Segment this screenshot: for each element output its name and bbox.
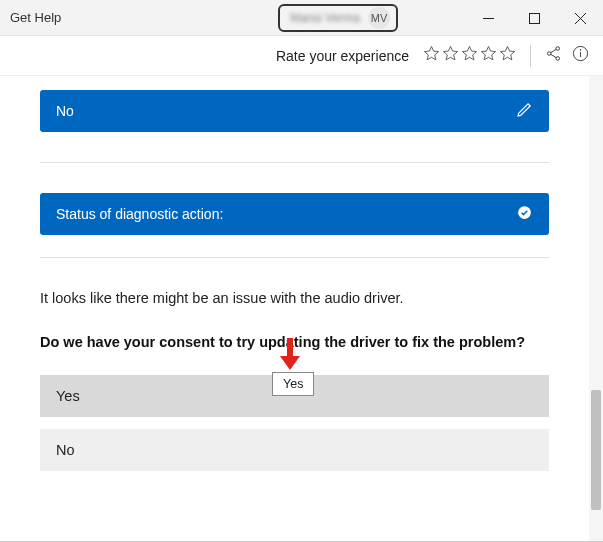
svg-point-10 [556, 47, 560, 51]
option-label: Yes [56, 388, 80, 404]
close-button[interactable] [557, 0, 603, 36]
checkmark-circle-icon [516, 204, 533, 224]
rating-stars[interactable] [423, 45, 516, 66]
option-no[interactable]: No [40, 429, 549, 471]
option-yes[interactable]: Yes [40, 375, 549, 417]
diagnostic-status-row[interactable]: Status of diagnostic action: [40, 193, 549, 235]
info-icon[interactable] [572, 45, 589, 66]
user-account-pill[interactable]: Mansi Verma MV [278, 4, 398, 32]
minimize-button[interactable] [465, 0, 511, 36]
svg-point-17 [518, 206, 531, 219]
answer-label: No [56, 103, 74, 119]
svg-marker-5 [443, 46, 457, 59]
option-label: No [56, 442, 75, 458]
rating-toolbar: Rate your experience [0, 36, 603, 76]
edit-icon[interactable] [516, 101, 533, 121]
divider [530, 45, 531, 67]
svg-line-12 [551, 49, 557, 53]
svg-point-16 [580, 50, 581, 51]
svg-marker-4 [424, 46, 438, 59]
chat-content: No Status of diagnostic action: It looks… [0, 76, 589, 541]
star-icon[interactable] [480, 45, 497, 66]
star-icon[interactable] [442, 45, 459, 66]
consent-question: Do we have your consent to try updating … [40, 332, 549, 352]
avatar: MV [368, 7, 390, 29]
diagnostic-message: It looks like there might be an issue wi… [40, 288, 549, 308]
status-label: Status of diagnostic action: [56, 206, 223, 222]
star-icon[interactable] [423, 45, 440, 66]
svg-marker-6 [462, 46, 476, 59]
svg-marker-7 [481, 46, 495, 59]
share-icon[interactable] [545, 45, 562, 66]
svg-rect-1 [529, 13, 539, 23]
maximize-button[interactable] [511, 0, 557, 36]
rate-label: Rate your experience [276, 48, 409, 64]
svg-point-9 [547, 52, 551, 56]
star-icon[interactable] [499, 45, 516, 66]
window-controls [465, 0, 603, 36]
titlebar: Get Help Mansi Verma MV [0, 0, 603, 36]
app-title: Get Help [10, 10, 61, 25]
svg-marker-8 [500, 46, 514, 59]
star-icon[interactable] [461, 45, 478, 66]
svg-line-13 [551, 54, 557, 58]
previous-answer-no[interactable]: No [40, 90, 549, 132]
divider [40, 162, 549, 163]
scrollbar-thumb[interactable] [591, 390, 601, 510]
user-name: Mansi Verma [290, 11, 360, 25]
divider [40, 257, 549, 258]
scrollbar[interactable] [589, 76, 603, 541]
svg-point-11 [556, 57, 560, 61]
